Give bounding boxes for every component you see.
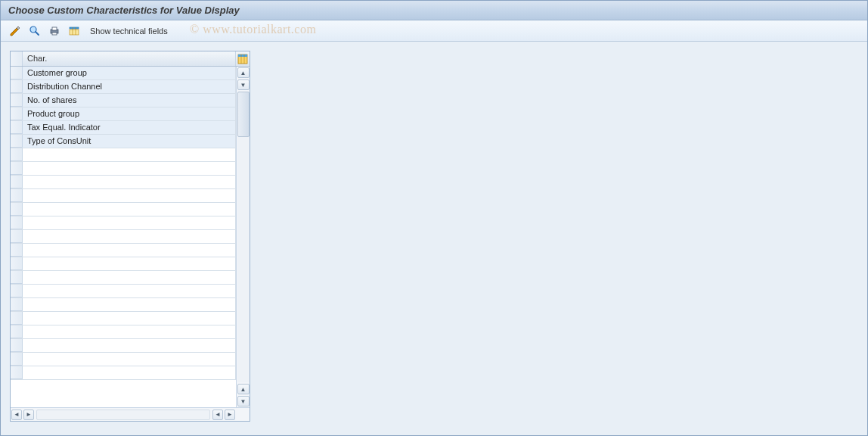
cell-empty[interactable]	[23, 285, 236, 297]
row-handle[interactable]	[11, 312, 23, 325]
cell-empty[interactable]	[23, 148, 236, 161]
svg-rect-3	[52, 27, 57, 30]
row-handle[interactable]	[11, 203, 23, 216]
table-row-empty	[11, 230, 236, 244]
row-handle[interactable]	[11, 216, 23, 229]
table-row: Type of ConsUnit	[11, 135, 236, 148]
row-handle[interactable]	[11, 271, 23, 284]
scroll-right-button[interactable]: ►	[23, 410, 34, 420]
row-handle[interactable]	[11, 230, 23, 243]
scroll-up-button[interactable]: ▲	[237, 67, 250, 78]
cell-char[interactable]: Tax Equal. Indicator	[23, 121, 236, 134]
change-button[interactable]	[7, 23, 23, 39]
scroll-track[interactable]	[237, 92, 250, 382]
table-row-empty	[11, 339, 236, 353]
table-row: Distribution Channel	[11, 80, 236, 94]
table-row-empty	[11, 271, 236, 285]
grid-footer: ◄ ► ◄ ►	[11, 407, 250, 421]
svg-rect-6	[70, 30, 79, 35]
cell-empty[interactable]	[23, 353, 236, 366]
column-config-icon	[237, 54, 248, 64]
row-handle[interactable]	[11, 298, 23, 311]
cell-char[interactable]: Type of ConsUnit	[23, 135, 236, 148]
print-button[interactable]	[46, 23, 63, 39]
watermark: © www.tutorialkart.com	[190, 23, 316, 36]
table-row: No. of shares	[11, 94, 236, 107]
row-handle[interactable]	[11, 80, 23, 93]
column-header-char[interactable]: Char.	[23, 51, 236, 66]
row-handle[interactable]	[11, 67, 23, 79]
scroll-thumb[interactable]	[237, 92, 250, 137]
table-row: Customer group	[11, 67, 236, 80]
table-row-empty	[11, 366, 236, 380]
scroll-right-button-2[interactable]: ►	[225, 410, 235, 420]
grid-header-row: Char.	[11, 51, 250, 67]
row-handle[interactable]	[11, 148, 23, 161]
hscroll-track[interactable]	[36, 410, 210, 420]
table-row-empty	[11, 285, 236, 298]
cell-char[interactable]: Product group	[23, 107, 236, 120]
cell-empty[interactable]	[23, 366, 236, 379]
cell-char[interactable]: No. of shares	[23, 94, 236, 107]
svg-rect-5	[70, 27, 79, 29]
scroll-down-button-2[interactable]: ▼	[237, 396, 250, 406]
row-handle[interactable]	[11, 176, 23, 188]
table-row-empty	[11, 176, 236, 189]
scroll-left-button-2[interactable]: ◄	[212, 410, 223, 420]
grid-rows-area: Customer groupDistribution ChannelNo. of…	[11, 67, 236, 407]
row-handle[interactable]	[11, 339, 23, 352]
characteristics-grid: Char. Customer groupDistribution Channel…	[10, 51, 250, 422]
show-technical-fields-button[interactable]: Show technical fields	[90, 26, 168, 36]
cell-empty[interactable]	[23, 325, 236, 338]
cell-empty[interactable]	[23, 244, 236, 257]
table-row-empty	[11, 353, 236, 366]
scroll-down-button[interactable]: ▼	[237, 79, 250, 90]
titlebar: Choose Custom Characteristics for Value …	[1, 1, 867, 20]
grid-body: Customer groupDistribution ChannelNo. of…	[11, 67, 250, 407]
row-handle[interactable]	[11, 189, 23, 202]
column-config-button[interactable]	[236, 51, 250, 66]
scroll-left-button[interactable]: ◄	[11, 410, 22, 420]
scroll-up-button-2[interactable]: ▲	[237, 384, 250, 394]
cell-empty[interactable]	[23, 230, 236, 243]
cell-empty[interactable]	[23, 271, 236, 284]
cell-empty[interactable]	[23, 257, 236, 270]
table-row: Tax Equal. Indicator	[11, 121, 236, 135]
table-row: Product group	[11, 107, 236, 121]
row-handle[interactable]	[11, 285, 23, 297]
cell-empty[interactable]	[23, 216, 236, 229]
cell-empty[interactable]	[23, 298, 236, 311]
find-button[interactable]	[26, 23, 43, 39]
cell-empty[interactable]	[23, 203, 236, 216]
table-row-empty	[11, 216, 236, 230]
row-handle[interactable]	[11, 162, 23, 175]
cell-char[interactable]: Customer group	[23, 67, 236, 79]
svg-line-1	[36, 32, 39, 35]
row-handle[interactable]	[11, 257, 23, 270]
table-row-empty	[11, 148, 236, 162]
row-handle[interactable]	[11, 94, 23, 107]
cell-empty[interactable]	[23, 312, 236, 325]
select-all-handle[interactable]	[11, 51, 23, 66]
cell-empty[interactable]	[23, 162, 236, 175]
row-handle[interactable]	[11, 121, 23, 134]
cell-empty[interactable]	[23, 176, 236, 188]
table-row-empty	[11, 257, 236, 271]
cell-char[interactable]: Distribution Channel	[23, 80, 236, 93]
table-settings-button[interactable]	[66, 23, 82, 39]
toolbar: Show technical fields © www.tutorialkart…	[1, 20, 867, 42]
content-area: Char. Customer groupDistribution Channel…	[1, 42, 867, 431]
row-handle[interactable]	[11, 325, 23, 338]
table-row-empty	[11, 244, 236, 257]
table-row-empty	[11, 325, 236, 339]
table-icon	[68, 25, 80, 37]
table-row-empty	[11, 162, 236, 176]
cell-empty[interactable]	[23, 189, 236, 202]
cell-empty[interactable]	[23, 339, 236, 352]
row-handle[interactable]	[11, 244, 23, 257]
table-row-empty	[11, 189, 236, 203]
row-handle[interactable]	[11, 107, 23, 120]
row-handle[interactable]	[11, 353, 23, 366]
row-handle[interactable]	[11, 135, 23, 148]
row-handle[interactable]	[11, 366, 23, 379]
